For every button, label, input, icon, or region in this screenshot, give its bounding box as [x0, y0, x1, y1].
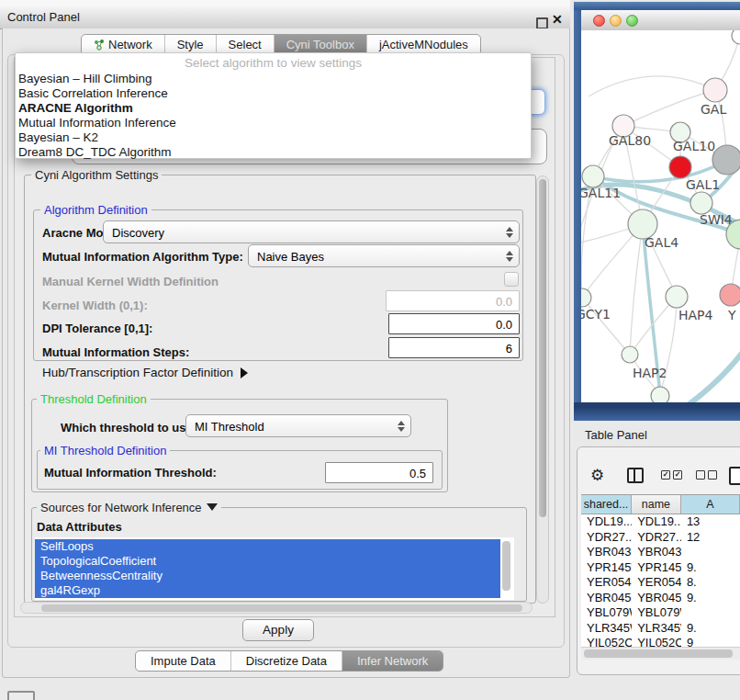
hub-definition-expander[interactable]: Hub/Transcription Factor Definition: [42, 366, 248, 379]
table-row[interactable]: YDR27... YDR27... 12: [581, 530, 740, 546]
apply-button[interactable]: Apply: [242, 619, 314, 641]
network-node-gal1[interactable]: [669, 156, 691, 178]
network-node[interactable]: [651, 387, 669, 402]
attribute-item[interactable]: SelfLoops: [35, 539, 500, 554]
table-header-row: shared... name A: [581, 494, 740, 514]
table-row[interactable]: YBR043C YBR043C: [581, 545, 740, 560]
network-node-gal11[interactable]: [582, 165, 604, 187]
table-row[interactable]: YBR045C YBR045C 9.: [581, 591, 740, 606]
combo-spinner-icon: [397, 420, 405, 433]
network-node[interactable]: [732, 30, 740, 44]
split-columns-icon[interactable]: [627, 468, 644, 483]
algorithm-definition-legend: Algorithm Definition: [40, 203, 151, 217]
network-edge[interactable]: [666, 347, 740, 402]
mi-algorithm-type-combo[interactable]: Naive Bayes: [248, 244, 520, 267]
dpi-tolerance-field[interactable]: 0.0: [388, 313, 520, 334]
dropdown-item[interactable]: Bayesian – K2: [16, 130, 531, 145]
dpi-tolerance-label: DPI Tolerance [0,1]:: [42, 322, 152, 335]
network-window-frame: [574, 2, 581, 421]
table-row[interactable]: YPR145W YPR145W 9.: [581, 560, 740, 576]
expanded-arrow-icon: [207, 503, 218, 511]
network-node-hap2[interactable]: [622, 346, 638, 363]
docked-panel-icon[interactable]: [7, 691, 35, 700]
network-canvas[interactable]: GALGAL80GAL10GAL1GAL11GAL4SWI4GCY1HAP4YH…: [581, 30, 740, 402]
network-node-label: GAL: [701, 102, 726, 117]
column-header-name[interactable]: name: [632, 495, 681, 514]
close-window-icon[interactable]: [593, 15, 605, 27]
cyni-mode-tabs: Impute Data Discretize Data Infer Networ…: [135, 650, 443, 672]
attribute-list-scrollbar[interactable]: [502, 541, 510, 591]
gear-icon[interactable]: ⚙: [590, 466, 604, 485]
attribute-item[interactable]: TopologicalCoefficient: [35, 554, 500, 569]
combo-spinner-icon: [505, 226, 513, 239]
zoom-window-icon[interactable]: [626, 15, 638, 27]
manual-kernel-width-label: Manual Kernel Width Definition: [42, 275, 219, 288]
attribute-item[interactable]: BetweennessCentrality: [35, 569, 500, 583]
network-node-gcy1[interactable]: [581, 288, 591, 307]
attribute-item[interactable]: gal4RGexp: [35, 583, 500, 598]
dropdown-item[interactable]: Basic Correlation Inference: [16, 86, 531, 101]
algorithm-dropdown-popup: Select algorithm to view settings Bayesi…: [15, 52, 532, 159]
aracne-mode-combo[interactable]: Discovery: [103, 220, 520, 243]
select-all-icon[interactable]: ✓ ✓: [661, 470, 682, 480]
network-edge[interactable]: [589, 76, 715, 96]
network-node-label: HAP2: [633, 366, 667, 380]
scrollbar-thumb[interactable]: [584, 649, 733, 658]
which-threshold-combo[interactable]: MI Threshold: [185, 414, 411, 437]
network-node-y[interactable]: [720, 284, 740, 306]
network-node-label: GAL10: [673, 139, 715, 153]
column-header-partial[interactable]: A: [681, 495, 740, 514]
table-row[interactable]: YBL079W YBL079W: [581, 605, 740, 621]
network-node-label: GAL4: [645, 235, 678, 250]
scrollbar-thumb[interactable]: [41, 604, 522, 612]
tab-discretize-data[interactable]: Discretize Data: [230, 651, 342, 671]
network-node-swi4[interactable]: [690, 192, 712, 214]
network-edge[interactable]: [630, 224, 643, 355]
screen: Control Panel ✕ Network Style Select Cyn…: [0, 0, 740, 700]
network-node-label: SWI4: [700, 212, 733, 227]
network-canvas-svg: GALGAL80GAL10GAL1GAL11GAL4SWI4GCY1HAP4YH…: [581, 30, 740, 402]
kernel-width-field[interactable]: 0.0: [386, 290, 520, 311]
dropdown-item[interactable]: Bayesian – Hill Climbing: [16, 72, 531, 86]
mi-steps-label: Mutual Information Steps:: [42, 345, 189, 359]
network-node-label: GCY1: [581, 307, 611, 322]
page-icon[interactable]: [729, 467, 740, 485]
table-horizontal-scrollbar[interactable]: [581, 647, 740, 660]
dropdown-item[interactable]: Dream8 DC_TDC Algorithm: [16, 145, 531, 160]
network-node-label: GAL11: [581, 186, 621, 200]
deselect-all-icon[interactable]: [696, 470, 717, 480]
table-row[interactable]: YDL19... YDL19... 13: [581, 514, 740, 530]
table-row[interactable]: YLR345W YLR345W 9.: [581, 621, 740, 637]
settings-horizontal-scrollbar[interactable]: [20, 602, 533, 614]
mi-threshold-field[interactable]: 0.5: [325, 462, 433, 483]
kernel-width-label: Kernel Width (0,1):: [42, 299, 148, 312]
tab-infer-network[interactable]: Infer Network: [342, 651, 443, 671]
table-panel-title: Table Panel: [585, 428, 647, 442]
minimize-window-icon[interactable]: [610, 15, 622, 27]
manual-kernel-width-checkbox[interactable]: [504, 272, 519, 287]
network-node-label: Y: [727, 308, 736, 322]
dropdown-prompt: Select algorithm to view settings: [16, 53, 531, 72]
network-node-hap4[interactable]: [666, 286, 688, 308]
tab-impute-data[interactable]: Impute Data: [136, 651, 230, 671]
mi-steps-field[interactable]: 6: [388, 337, 520, 358]
column-header-shared-name[interactable]: shared...: [581, 495, 632, 514]
threshold-definition-legend: Threshold Definition: [37, 392, 151, 406]
dropdown-item-selected[interactable]: ARACNE Algorithm: [16, 101, 531, 116]
network-window-frame-bottom: [574, 402, 740, 421]
sources-legend[interactable]: Sources for Network Inference: [37, 501, 221, 514]
scrollbar-thumb[interactable]: [539, 179, 546, 517]
network-window-frame-top: [574, 2, 740, 10]
data-attributes-label: Data Attributes: [37, 520, 122, 534]
which-threshold-label: Which threshold to use:: [61, 421, 196, 435]
network-window-titlebar: [581, 10, 740, 31]
network-node-gal[interactable]: [703, 78, 727, 102]
network-node[interactable]: [712, 145, 740, 175]
data-attributes-list: SelfLoops TopologicalCoefficient Between…: [35, 537, 514, 600]
table-row[interactable]: YER054C YER054C 8.: [581, 575, 740, 591]
table-toolbar: ⚙ ✓ ✓: [581, 464, 740, 490]
cyni-settings-legend: Cyni Algorithm Settings: [31, 168, 162, 182]
node-table: shared... name A YDL19... YDL19... 13 YD…: [581, 494, 740, 648]
dropdown-item[interactable]: Mutual Information Inference: [16, 116, 531, 130]
settings-vertical-scrollbar[interactable]: [536, 175, 549, 604]
